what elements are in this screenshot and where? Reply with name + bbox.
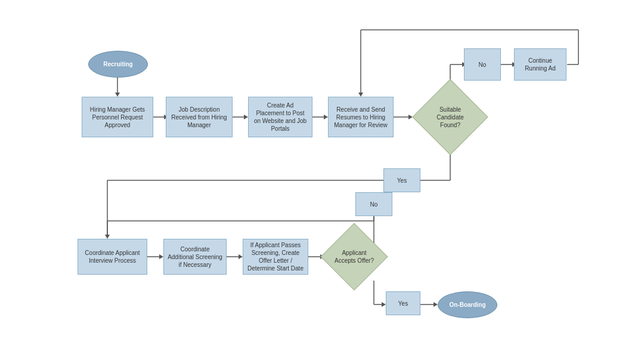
node-onboarding: On-Boarding bbox=[438, 291, 497, 318]
svg-marker-5 bbox=[244, 115, 248, 119]
node-create-ad: Create Ad Placement to Post on Website a… bbox=[248, 97, 312, 137]
node-offer-letter: If Applicant Passes Screening, Create Of… bbox=[243, 239, 308, 275]
node-no-suitable: No bbox=[464, 48, 501, 81]
svg-marker-19 bbox=[358, 93, 363, 97]
node-receive-resumes: Receive and Send Resumes to Hiring Manag… bbox=[328, 97, 394, 137]
svg-marker-40 bbox=[382, 302, 386, 307]
node-hiring-manager: Hiring Manager Gets Personnel Request Ap… bbox=[82, 97, 153, 137]
node-no-accept: No bbox=[355, 192, 392, 216]
svg-marker-7 bbox=[324, 115, 328, 119]
svg-marker-42 bbox=[434, 302, 438, 307]
node-continue-ad: Continue Running Ad bbox=[514, 48, 566, 81]
svg-marker-31 bbox=[159, 254, 163, 259]
node-coordinate-screening: Coordinate Additional Screening if Neces… bbox=[163, 239, 227, 275]
node-suitable-candidate: Suitable Candidate Found? bbox=[413, 90, 488, 144]
svg-marker-33 bbox=[239, 254, 243, 259]
node-coordinate-interview: Coordinate Applicant Interview Process bbox=[78, 239, 147, 275]
node-yes-suitable: Yes bbox=[383, 168, 420, 192]
svg-marker-1 bbox=[115, 93, 120, 97]
node-job-description: Job Description Received from Hiring Man… bbox=[166, 97, 233, 137]
svg-marker-26 bbox=[105, 235, 110, 239]
node-yes-accept: Yes bbox=[386, 291, 420, 315]
node-recruiting: Recruiting bbox=[88, 51, 148, 78]
node-applicant-accepts: Applicant Accepts Offer? bbox=[324, 233, 384, 281]
flowchart: Recruiting Hiring Manager Gets Personnel… bbox=[0, 0, 644, 363]
